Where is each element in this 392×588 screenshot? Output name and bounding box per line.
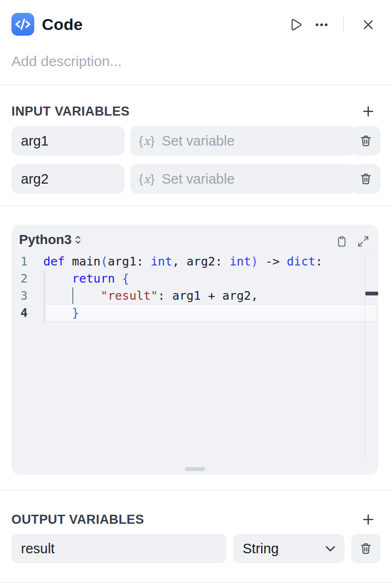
code-line[interactable]: 3 "result": arg1 + arg2, bbox=[11, 287, 378, 304]
code-text: def main(arg1: int, arg2: int) -> dict: bbox=[43, 253, 323, 270]
input-variable-row: arg2 {x} Set variable bbox=[11, 164, 381, 194]
variable-icon: {x} bbox=[139, 134, 155, 148]
ellipsis-icon bbox=[314, 17, 330, 33]
line-number: 2 bbox=[11, 270, 28, 287]
description-input[interactable]: Add description... bbox=[11, 53, 122, 69]
chevron-up-down-icon bbox=[74, 234, 82, 245]
node-title: Code bbox=[42, 15, 83, 34]
header-divider bbox=[343, 17, 344, 31]
code-node-panel: Code Add description... INPUT VARIABLES … bbox=[0, 0, 392, 588]
code-brackets-icon bbox=[11, 13, 34, 36]
divider bbox=[0, 490, 392, 491]
code-text: "result": arg1 + arg2, bbox=[43, 287, 258, 304]
divider bbox=[0, 84, 392, 85]
set-variable-field[interactable]: {x} Set variable bbox=[130, 126, 356, 156]
delete-variable-button[interactable] bbox=[351, 164, 381, 194]
code-line[interactable]: 4 } bbox=[11, 304, 378, 322]
copy-code-button[interactable] bbox=[334, 234, 349, 248]
variable-name-field[interactable]: arg2 bbox=[11, 164, 125, 194]
output-type-select[interactable]: String bbox=[233, 534, 344, 563]
close-icon bbox=[361, 18, 375, 32]
add-input-variable-button[interactable] bbox=[361, 104, 376, 119]
resize-drag-handle[interactable] bbox=[185, 467, 205, 471]
output-name-field[interactable]: result bbox=[11, 534, 226, 563]
more-menu-button[interactable] bbox=[313, 16, 330, 33]
clipboard-icon bbox=[335, 235, 348, 248]
trash-icon bbox=[359, 134, 373, 148]
code-editor-panel: Python3 1def main(a bbox=[11, 225, 378, 475]
expand-icon bbox=[357, 235, 370, 248]
language-selector[interactable]: Python3 bbox=[19, 232, 82, 247]
input-variables-title: INPUT VARIABLES bbox=[11, 104, 130, 119]
scrollbar-cursor-marker bbox=[365, 292, 378, 295]
code-line[interactable]: 1def main(arg1: int, arg2: int) -> dict: bbox=[11, 253, 378, 270]
variable-icon: {x} bbox=[139, 172, 155, 186]
divider bbox=[0, 206, 392, 206]
code-line[interactable]: 2 return { bbox=[11, 270, 378, 287]
delete-variable-button[interactable] bbox=[351, 534, 381, 563]
trash-icon bbox=[359, 172, 373, 186]
output-variable-row: result String bbox=[11, 534, 381, 563]
code-text: } bbox=[43, 304, 79, 322]
language-label: Python3 bbox=[19, 232, 71, 247]
line-number: 4 bbox=[11, 304, 28, 322]
output-variables-title: OUTPUT VARIABLES bbox=[11, 512, 144, 527]
input-variable-row: arg1 {x} Set variable bbox=[11, 126, 381, 156]
variable-name-field[interactable]: arg1 bbox=[11, 126, 125, 156]
code-editor[interactable]: 1def main(arg1: int, arg2: int) -> dict:… bbox=[11, 253, 378, 458]
close-button[interactable] bbox=[360, 16, 377, 33]
scrollbar-track[interactable] bbox=[365, 253, 378, 462]
code-text: return { bbox=[43, 270, 129, 287]
plus-icon bbox=[361, 512, 375, 527]
add-output-variable-button[interactable] bbox=[361, 512, 376, 527]
expand-code-button[interactable] bbox=[356, 234, 370, 248]
run-button[interactable] bbox=[286, 16, 304, 33]
divider bbox=[0, 582, 392, 583]
trash-icon bbox=[359, 541, 373, 556]
line-number: 1 bbox=[11, 253, 28, 270]
set-variable-field[interactable]: {x} Set variable bbox=[130, 164, 356, 194]
chevron-down-icon bbox=[325, 545, 336, 552]
line-number: 3 bbox=[11, 287, 28, 304]
play-icon bbox=[287, 17, 303, 33]
delete-variable-button[interactable] bbox=[351, 126, 381, 156]
code-node-icon bbox=[11, 13, 34, 36]
plus-icon bbox=[361, 104, 375, 118]
